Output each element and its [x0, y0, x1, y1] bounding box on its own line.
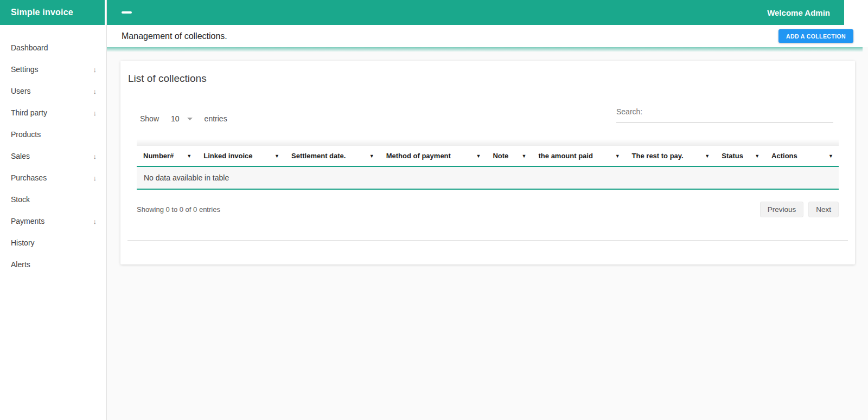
subheader-shadow	[106, 47, 863, 52]
sort-triangle-down-icon: ▼	[755, 153, 760, 159]
column-header-label: Status	[722, 152, 743, 160]
empty-table-message: No data available in table	[137, 166, 839, 189]
sort-triangle-down-icon: ▼	[187, 153, 192, 159]
entries-label: entries	[205, 114, 227, 123]
column-header-note[interactable]: Note▼	[486, 146, 532, 166]
sort-triangle-down-icon: ▼	[275, 153, 279, 159]
table-header-row: Number#▼Linked invoice▼Settlement date.▼…	[137, 146, 839, 166]
sidebar-item-label: Third party	[11, 108, 47, 117]
column-header-label: Settlement date.	[291, 152, 346, 160]
column-header-label: Actions	[771, 152, 797, 160]
sidebar-item-label: Sales	[11, 152, 30, 160]
menu-toggle-icon[interactable]	[122, 11, 132, 14]
sidebar-item-label: Users	[11, 87, 31, 95]
arrow-down-icon: ↓	[93, 153, 97, 160]
sidebar: Simple invoice DashboardSettings↓Users↓T…	[0, 0, 107, 420]
app-brand: Simple invoice	[11, 8, 73, 17]
pagination: Previous Next	[760, 202, 839, 217]
entries-select-value: 10	[171, 114, 180, 123]
sidebar-item-history[interactable]: History	[0, 232, 106, 254]
subheader: Management of collections. ADD A COLLECT…	[106, 25, 868, 47]
column-header-label: the amount paid	[539, 152, 593, 160]
arrow-down-icon: ↓	[93, 109, 97, 117]
welcome-text[interactable]: Welcome Admin	[767, 8, 830, 17]
sidebar-nav: DashboardSettings↓Users↓Third party↓Prod…	[0, 25, 106, 275]
sidebar-item-sales[interactable]: Sales↓	[0, 145, 106, 167]
sidebar-item-settings[interactable]: Settings↓	[0, 59, 106, 80]
sort-triangle-down-icon: ▼	[615, 153, 620, 159]
sidebar-item-alerts[interactable]: Alerts	[0, 254, 106, 275]
sort-triangle-down-icon: ▼	[369, 153, 374, 159]
table-controls: Show 10 entries Search:	[120, 107, 855, 123]
sort-triangle-down-icon: ▼	[828, 153, 833, 159]
sidebar-item-label: Alerts	[11, 260, 30, 269]
table-wrapper: Number#▼Linked invoice▼Settlement date.▼…	[137, 139, 839, 190]
column-header-label: The rest to pay.	[632, 152, 684, 160]
sidebar-header: Simple invoice	[0, 0, 105, 25]
sidebar-item-label: Settings	[11, 65, 39, 74]
sidebar-item-label: Stock	[11, 195, 30, 204]
sidebar-item-stock[interactable]: Stock	[0, 189, 106, 210]
next-page-button[interactable]: Next	[808, 202, 839, 217]
sidebar-item-label: History	[11, 238, 35, 247]
sidebar-item-purchases[interactable]: Purchases↓	[0, 167, 106, 189]
page-title: Management of collections.	[106, 31, 227, 41]
column-header-the-amount-paid[interactable]: the amount paid▼	[532, 146, 626, 166]
column-header-label: Note	[493, 152, 508, 160]
show-label: Show	[140, 114, 159, 123]
column-header-label: Method of payment	[386, 152, 451, 160]
sort-triangle-down-icon: ▼	[522, 153, 527, 159]
sidebar-item-label: Products	[11, 130, 41, 139]
column-header-label: Number#	[143, 152, 174, 160]
sidebar-item-label: Purchases	[11, 173, 47, 182]
search-input[interactable]	[647, 107, 833, 116]
card-title: List of collections	[128, 73, 855, 85]
column-header-number[interactable]: Number#▼	[137, 146, 197, 166]
table-footer: Showing 0 to 0 of 0 entries Previous Nex…	[137, 202, 839, 217]
entries-info: Showing 0 to 0 of 0 entries	[137, 205, 220, 214]
column-header-method-of-payment[interactable]: Method of payment▼	[380, 146, 487, 166]
sidebar-item-products[interactable]: Products	[0, 124, 106, 145]
column-header-the-rest-to-pay[interactable]: The rest to pay.▼	[626, 146, 716, 166]
sidebar-item-label: Payments	[11, 217, 44, 225]
column-header-actions[interactable]: Actions▼	[765, 146, 839, 166]
entries-length-control: Show 10 entries	[140, 114, 227, 123]
topbar: Welcome Admin	[106, 0, 844, 25]
sidebar-item-dashboard[interactable]: Dashboard	[0, 37, 106, 59]
arrow-down-icon: ↓	[93, 88, 97, 95]
previous-page-button[interactable]: Previous	[760, 202, 804, 217]
sort-triangle-down-icon: ▼	[705, 153, 710, 159]
arrow-down-icon: ↓	[93, 175, 97, 182]
search-label: Search:	[616, 107, 642, 116]
search-control: Search:	[616, 107, 833, 123]
entries-select[interactable]: 10	[171, 114, 193, 123]
table-row: No data available in table	[137, 166, 839, 189]
column-header-status[interactable]: Status▼	[715, 146, 765, 166]
sidebar-item-payments[interactable]: Payments↓	[0, 210, 106, 232]
sidebar-item-third-party[interactable]: Third party↓	[0, 102, 106, 124]
add-collection-button[interactable]: ADD A COLLECTION	[778, 29, 853, 43]
column-header-label: Linked invoice	[203, 152, 252, 160]
column-header-linked-invoice[interactable]: Linked invoice▼	[197, 146, 285, 166]
collections-card: List of collections Show 10 entries Sear…	[120, 61, 855, 264]
collections-table: Number#▼Linked invoice▼Settlement date.▼…	[137, 146, 839, 190]
sort-triangle-down-icon: ▼	[476, 153, 481, 159]
arrow-down-icon: ↓	[93, 218, 97, 225]
triangle-down-icon	[187, 118, 193, 120]
card-divider	[127, 240, 848, 241]
table-top-shadow	[137, 139, 839, 146]
column-header-settlement-date[interactable]: Settlement date.▼	[285, 146, 380, 166]
arrow-down-icon: ↓	[93, 66, 97, 73]
sidebar-item-users[interactable]: Users↓	[0, 80, 106, 102]
sidebar-item-label: Dashboard	[11, 43, 48, 52]
